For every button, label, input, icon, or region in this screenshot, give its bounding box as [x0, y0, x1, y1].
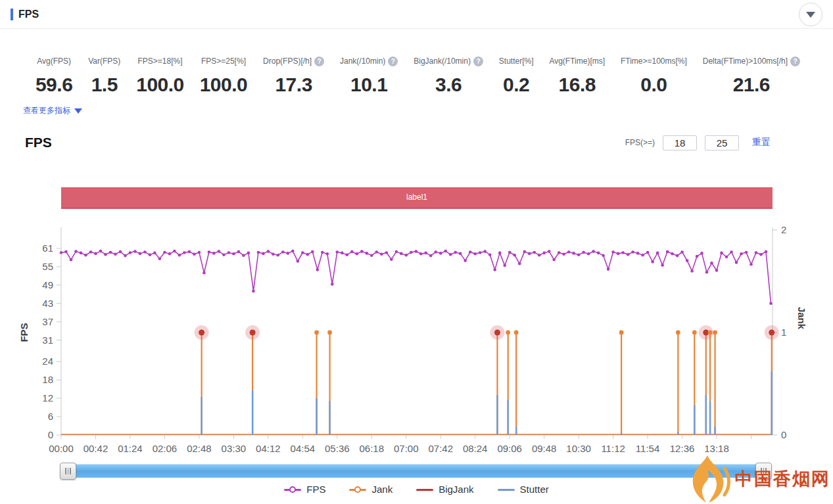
stat-label: Var(FPS)	[87, 55, 122, 67]
svg-text:0: 0	[48, 429, 53, 440]
legend-label: Jank	[371, 484, 393, 495]
fps-jank-chart[interactable]: 06121824313743495561FPS012Jank00:0000:42…	[0, 220, 833, 461]
label-banner-text: label1	[406, 193, 427, 202]
fps-threshold-label: FPS(>=)	[625, 138, 655, 147]
svg-text:11:54: 11:54	[636, 443, 659, 454]
stat-label-text: FPS>=25[%]	[201, 57, 246, 66]
chart-section-header: FPS FPS(>=) 重置	[25, 135, 771, 150]
chart-zoom-scrollbar	[61, 463, 771, 479]
reset-link[interactable]: 重置	[752, 137, 771, 149]
chevron-down-icon	[74, 108, 82, 114]
stat-metric: Avg(FPS)59.6	[28, 55, 80, 96]
svg-text:Jank: Jank	[796, 307, 807, 330]
svg-text:12:36: 12:36	[670, 443, 695, 454]
jank-legend-marker-icon	[349, 486, 366, 493]
stat-value: 100.0	[135, 74, 185, 96]
svg-text:02:06: 02:06	[153, 443, 178, 454]
stat-value: 3.6	[412, 74, 485, 96]
zero-baselines	[61, 434, 773, 435]
svg-text:05:36: 05:36	[325, 443, 350, 454]
svg-text:01:24: 01:24	[118, 443, 143, 454]
svg-text:24: 24	[42, 355, 53, 367]
fps-threshold-input-2[interactable]	[705, 135, 739, 150]
legend-item-stutter[interactable]: Stutter	[498, 484, 549, 495]
stat-label-text: Avg(FTime)[ms]	[549, 57, 605, 66]
stat-label-text: BigJank(/10min)	[414, 57, 471, 66]
stat-metric: Delta(FTime)>100ms[/h]?21.6	[695, 55, 808, 96]
svg-text:09:48: 09:48	[532, 443, 557, 454]
chevron-down-icon	[806, 12, 815, 18]
view-more-metrics-label: 查看更多指标	[23, 105, 70, 116]
stat-metric: FPS>=18[%]100.0	[128, 55, 191, 96]
stat-label-text: Var(FPS)	[88, 57, 120, 66]
legend-item-fps[interactable]: FPS	[284, 484, 325, 495]
stat-label: Stutter[%]	[498, 55, 535, 67]
view-more-metrics-link[interactable]: 查看更多指标	[23, 105, 82, 116]
bigjank-legend-marker-icon	[416, 486, 433, 493]
svg-text:03:30: 03:30	[222, 443, 247, 454]
legend-label: BigJank	[439, 484, 473, 495]
stat-value: 17.3	[262, 74, 325, 96]
svg-text:FPS: FPS	[18, 323, 30, 342]
stats-strip: Avg(FPS)59.6Var(FPS)1.5FPS>=18[%]100.0FP…	[28, 55, 808, 96]
stat-label: Jank(/10min)?	[339, 55, 399, 67]
help-icon[interactable]: ?	[388, 57, 398, 66]
svg-text:31: 31	[42, 334, 53, 346]
svg-text:00:42: 00:42	[83, 443, 108, 454]
help-icon[interactable]: ?	[790, 57, 800, 66]
svg-text:02:48: 02:48	[187, 443, 212, 454]
fps-threshold-input-1[interactable]	[663, 135, 697, 150]
legend-item-bigjank[interactable]: BigJank	[416, 484, 473, 495]
fps-line-series	[60, 250, 773, 305]
stat-label: FPS>=18[%]	[135, 55, 185, 67]
flame-logo-icon	[682, 454, 734, 504]
stat-label-text: Stutter[%]	[499, 57, 534, 66]
svg-text:61: 61	[42, 242, 53, 254]
svg-text:37: 37	[42, 316, 53, 327]
stat-value: 16.8	[548, 74, 606, 96]
svg-text:12: 12	[42, 392, 53, 403]
svg-text:1: 1	[781, 327, 786, 338]
stat-metric: Drop(FPS)[/h]?17.3	[255, 55, 332, 96]
help-icon[interactable]: ?	[473, 57, 483, 66]
svg-text:2: 2	[781, 224, 786, 235]
stat-metric: Avg(FTime)[ms]16.8	[541, 55, 613, 96]
fps-legend-marker-icon	[284, 486, 301, 493]
svg-text:07:00: 07:00	[394, 443, 419, 454]
axis-lines	[61, 227, 773, 435]
panel-title: FPS	[18, 9, 39, 20]
stat-label: FTime>=100ms[%]	[619, 55, 688, 67]
legend-label: FPS	[306, 484, 325, 495]
stat-metric: FPS>=25[%]100.0	[192, 55, 255, 96]
help-icon[interactable]: ?	[314, 57, 324, 66]
svg-text:0: 0	[781, 429, 786, 440]
svg-text:07:42: 07:42	[428, 443, 453, 454]
stat-value: 0.0	[619, 74, 688, 96]
svg-text:49: 49	[42, 279, 53, 290]
y-axis-left: 06121824313743495561FPS	[18, 242, 61, 440]
svg-text:09:06: 09:06	[497, 443, 522, 454]
stat-value: 100.0	[199, 74, 249, 96]
svg-text:08:24: 08:24	[463, 443, 488, 454]
collapse-panel-button[interactable]	[799, 3, 822, 26]
stat-label: Avg(FPS)	[34, 55, 74, 67]
jank-stutter-spikes	[195, 325, 779, 435]
stat-metric: Stutter[%]0.2	[491, 55, 542, 96]
scrollbar-right-handle[interactable]	[755, 463, 772, 480]
svg-text:13:18: 13:18	[704, 443, 729, 454]
svg-text:00:00: 00:00	[49, 443, 74, 454]
svg-text:18: 18	[42, 374, 53, 385]
stat-value: 1.5	[87, 74, 122, 96]
stat-value: 21.6	[702, 74, 801, 96]
svg-text:43: 43	[42, 298, 53, 309]
fps-threshold-filter: FPS(>=) 重置	[625, 135, 771, 150]
label-banner: label1	[61, 187, 773, 209]
chart-title: FPS	[25, 135, 52, 150]
stat-label-text: FPS>=18[%]	[137, 57, 182, 66]
x-axis: 00:0000:4201:2402:0602:4803:3004:1204:54…	[49, 435, 751, 454]
stat-value: 59.6	[34, 74, 74, 96]
legend-item-jank[interactable]: Jank	[349, 484, 393, 495]
scrollbar-left-handle[interactable]	[60, 463, 76, 480]
stat-metric: FTime>=100ms[%]0.0	[613, 55, 695, 96]
scrollbar-track[interactable]	[61, 464, 771, 478]
